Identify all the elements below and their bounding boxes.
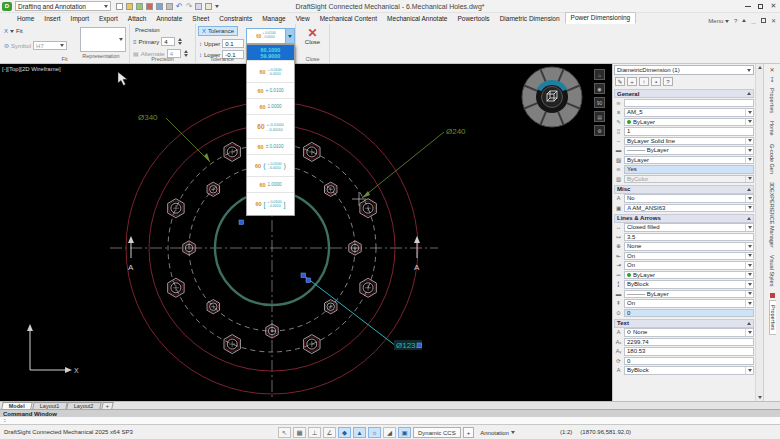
home-view-button[interactable]: ⌂ [594, 69, 605, 80]
grid-icon[interactable]: ▦ [293, 427, 306, 438]
tab-export[interactable]: Export [94, 14, 123, 24]
bolt-hole[interactable] [360, 278, 376, 297]
auto-hide-pin-icon[interactable]: ↧ [764, 74, 780, 84]
symbol-select[interactable]: H7 [33, 41, 67, 50]
prop-row-dimension-style[interactable]: ▣ AAM_ANSI63 [614, 203, 754, 213]
tab-powertools[interactable]: Powertools [452, 14, 494, 24]
tolerance-option-upper-only[interactable]: 60 + 0.0100 [247, 83, 294, 99]
tab-diametric-dimension[interactable]: Diametric Dimension [495, 14, 565, 24]
view-mode-button[interactable]: ▤ [594, 111, 605, 122]
prop-row-transparency[interactable]: ▧ ByLayer [614, 155, 754, 165]
prop-row-print-color[interactable]: ▥ ByColor [614, 174, 754, 184]
prop-row-text-fill-color[interactable]: A None [614, 328, 754, 338]
prop-row-line-color[interactable]: ✎ ByLayer [614, 117, 754, 127]
more-icon[interactable] [215, 5, 219, 8]
grip-point[interactable] [306, 278, 311, 283]
tolerance-option-basic-2[interactable]: 60 1.0000 [247, 177, 294, 193]
prop-row-text-color[interactable]: A ByBlock [614, 366, 754, 376]
tab-layout2[interactable]: Layout2 [67, 402, 102, 409]
representation-select[interactable] [80, 27, 126, 52]
snap-settings-icon[interactable]: ☼ [368, 427, 381, 438]
ccs-icon[interactable]: ▣ [398, 427, 411, 438]
command-input[interactable]: : [0, 417, 780, 424]
prop-row-annotation-visible[interactable]: ∞ Yes [614, 165, 754, 175]
tolerance-representation-select[interactable]: 60 + 0.0100- 0.0010 [246, 28, 295, 44]
palette-tab-gcode[interactable]: G-code Gen [769, 140, 775, 178]
bolt-hole[interactable] [224, 335, 240, 354]
tab-sheet[interactable]: Sheet [187, 14, 214, 24]
grip-point[interactable] [301, 273, 306, 278]
etrack-icon[interactable]: ▲ [353, 427, 366, 438]
workspace-selector[interactable]: Drafting and Annotation [15, 1, 111, 11]
tab-insert[interactable]: Insert [39, 14, 65, 24]
prop-row-text-position-x[interactable]: Aₓ 2299.74 [614, 337, 754, 347]
viewport-label[interactable]: [-][Top][2D Wireframe] [2, 66, 61, 72]
tab-mechanical-content[interactable]: Mechanical Content [315, 14, 382, 24]
tolerance-option-deviation-large[interactable]: 60 + 0.0100- 0.0010 [247, 115, 294, 139]
palette-tab-home[interactable]: Home [769, 117, 775, 140]
prop-row-dim-line-1[interactable]: ⇤ On [614, 251, 754, 261]
tolerance-option-deviation-bracket-2[interactable]: 60 [ + 0.0100- 0.0010 ] [247, 193, 294, 215]
section-text[interactable]: Text [614, 319, 754, 328]
close-palette-icon[interactable]: ✕ [764, 64, 780, 74]
tolerance-option-deviation[interactable]: 60 + 0.0100- 0.0010 [247, 61, 294, 83]
tab-view[interactable]: View [291, 14, 315, 24]
scale-readout[interactable]: (1:2) [560, 429, 572, 435]
bolt-hole[interactable] [304, 335, 320, 354]
prop-row-dim-line-color[interactable]: ═ ByLayer [614, 270, 754, 280]
tolerance-option-limits[interactable]: 60.100059.9000 [247, 45, 294, 61]
scroll-down-icon[interactable] [758, 396, 762, 399]
prop-row-hyperlink[interactable]: ∞ [614, 98, 754, 108]
tolerance-option-symmetric[interactable]: 60 ± 0.0100 [247, 139, 294, 155]
restore-icon[interactable] [761, 18, 766, 23]
bolt-hole[interactable] [325, 300, 337, 314]
tab-attach[interactable]: Attach [123, 14, 151, 24]
select-entities-icon[interactable]: ↑ [639, 77, 649, 86]
print-icon[interactable] [166, 3, 173, 10]
open-icon[interactable] [126, 3, 133, 10]
prop-row-layer[interactable]: ≡ AM_5 [614, 108, 754, 118]
section-misc[interactable]: Misc [614, 185, 754, 194]
properties-scrollbar[interactable] [755, 64, 763, 401]
bolt-hole[interactable] [360, 199, 376, 218]
maximize-button[interactable] [754, 0, 767, 13]
bolt-hole[interactable] [224, 142, 240, 161]
annotation-scale-select[interactable]: Annotation [476, 427, 519, 438]
tolerance-option-basic[interactable]: 60 1.0000 [247, 99, 294, 115]
orbit-button[interactable]: ◉ [594, 83, 605, 94]
close-button[interactable]: ✕ [767, 0, 780, 13]
pointer-snap-icon[interactable]: ↖ [278, 427, 291, 438]
prop-row-line-weight[interactable]: ▬ ——— ByLayer [614, 146, 754, 156]
scroll-up-icon[interactable] [758, 66, 762, 69]
navigation-wheel[interactable] [522, 67, 582, 127]
fit-toggle[interactable]: X Fit [4, 28, 23, 34]
polar-icon[interactable]: ∠ [323, 427, 336, 438]
bolt-hole[interactable] [207, 300, 219, 314]
new-icon[interactable] [116, 3, 123, 10]
ortho-icon[interactable]: ⊥ [308, 427, 321, 438]
section-lines-arrows[interactable]: Lines & Arrows [614, 214, 754, 223]
section-general[interactable]: General [614, 89, 754, 98]
tab-import[interactable]: Import [66, 14, 94, 24]
attach-icon[interactable] [136, 3, 143, 10]
prop-row-ext-line-1[interactable]: ⇞ On [614, 299, 754, 309]
minimize-ribbon-button[interactable]: ▁ [751, 17, 756, 24]
tab-manage[interactable]: Manage [257, 14, 291, 24]
prop-row-linetype-scale[interactable]: ¦¦ 1 [614, 127, 754, 137]
rotate-90-button[interactable]: 90 [594, 97, 605, 108]
dim-bolt-circle-diameter[interactable]: Ø240 [446, 127, 466, 136]
select-add-icon[interactable]: + [627, 77, 637, 86]
tolerance-option-deviation-bracket[interactable]: 60 ( + 0.0100- 0.0010 ) [247, 155, 294, 177]
minimize-button[interactable] [741, 0, 754, 13]
tab-mechanical-annotate[interactable]: Mechanical Annotate [382, 14, 452, 24]
prop-row-line-style[interactable]: ┄ ByLayer Solid line [614, 136, 754, 146]
wheel-settings-button[interactable]: ⚙ [594, 125, 605, 136]
primary-precision-stepper[interactable] [178, 38, 182, 45]
quick-select-icon[interactable]: ▪ [651, 77, 661, 86]
close-document-button[interactable]: ✕ [771, 17, 776, 24]
primary-precision-input[interactable]: 4 [161, 37, 175, 46]
prop-row-dim-line-2[interactable]: ⇥ On [614, 261, 754, 271]
grip-point[interactable] [417, 343, 422, 348]
bolt-hole[interactable] [207, 182, 219, 196]
match-properties-icon[interactable]: ✎ [615, 77, 625, 86]
